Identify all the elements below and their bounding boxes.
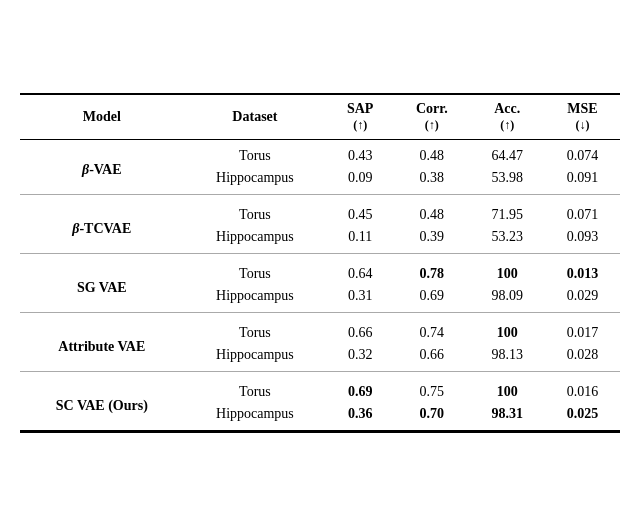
value-cell: 0.70: [394, 403, 470, 431]
value-cell: 100: [470, 376, 545, 403]
value-cell: 0.78: [394, 258, 470, 285]
acc-header: Acc. (↑): [470, 94, 545, 140]
value-cell: 0.66: [326, 317, 394, 344]
acc-label: Acc.: [494, 101, 520, 116]
dataset-cell: Hippocampus: [184, 167, 327, 194]
table-container: Model Dataset SAP (↑) Corr. (↑) Acc. (↑)…: [20, 93, 620, 433]
value-cell: 64.47: [470, 140, 545, 168]
model-cell: SG VAE: [20, 258, 184, 312]
value-cell: 0.38: [394, 167, 470, 194]
value-cell: 0.36: [326, 403, 394, 431]
dataset-cell: Torus: [184, 199, 327, 226]
corr-header: Corr. (↑): [394, 94, 470, 140]
value-cell: 0.45: [326, 199, 394, 226]
mse-header: MSE (↓): [545, 94, 620, 140]
mse-arrow: (↓): [575, 118, 589, 132]
value-cell: 0.69: [326, 376, 394, 403]
final-divider: [20, 431, 620, 433]
value-cell: 100: [470, 258, 545, 285]
value-cell: 0.074: [545, 140, 620, 168]
table-row: SG VAETorus0.640.781000.013: [20, 258, 620, 285]
acc-arrow: (↑): [500, 118, 514, 132]
dataset-cell: Torus: [184, 317, 327, 344]
value-cell: 0.028: [545, 344, 620, 371]
dataset-cell: Hippocampus: [184, 226, 327, 253]
dataset-cell: Torus: [184, 258, 327, 285]
value-cell: 98.31: [470, 403, 545, 431]
value-cell: 0.091: [545, 167, 620, 194]
value-cell: 0.016: [545, 376, 620, 403]
value-cell: 53.98: [470, 167, 545, 194]
value-cell: 0.48: [394, 199, 470, 226]
results-table: Model Dataset SAP (↑) Corr. (↑) Acc. (↑)…: [20, 93, 620, 433]
dataset-header: Dataset: [184, 94, 327, 140]
value-cell: 100: [470, 317, 545, 344]
value-cell: 0.017: [545, 317, 620, 344]
value-cell: 0.31: [326, 285, 394, 312]
value-cell: 0.029: [545, 285, 620, 312]
model-cell: Attribute VAE: [20, 317, 184, 371]
value-cell: 0.09: [326, 167, 394, 194]
dataset-cell: Torus: [184, 376, 327, 403]
dataset-cell: Hippocampus: [184, 403, 327, 431]
model-cell: β-VAE: [20, 140, 184, 195]
table-row: Attribute VAETorus0.660.741000.017: [20, 317, 620, 344]
value-cell: 0.32: [326, 344, 394, 371]
value-cell: 0.74: [394, 317, 470, 344]
mse-label: MSE: [567, 101, 597, 116]
table-row: β-TCVAETorus0.450.4871.950.071: [20, 199, 620, 226]
value-cell: 0.43: [326, 140, 394, 168]
value-cell: 71.95: [470, 199, 545, 226]
value-cell: 0.071: [545, 199, 620, 226]
table-row: SC VAE (Ours)Torus0.690.751000.016: [20, 376, 620, 403]
value-cell: 0.025: [545, 403, 620, 431]
value-cell: 0.66: [394, 344, 470, 371]
table-row: β-VAETorus0.430.4864.470.074: [20, 140, 620, 168]
corr-arrow: (↑): [425, 118, 439, 132]
dataset-cell: Hippocampus: [184, 285, 327, 312]
model-cell: SC VAE (Ours): [20, 376, 184, 431]
value-cell: 0.64: [326, 258, 394, 285]
corr-label: Corr.: [416, 101, 448, 116]
value-cell: 0.69: [394, 285, 470, 312]
value-cell: 98.13: [470, 344, 545, 371]
model-cell: β-TCVAE: [20, 199, 184, 253]
sap-header: SAP (↑): [326, 94, 394, 140]
model-header: Model: [20, 94, 184, 140]
sap-label: SAP: [347, 101, 373, 116]
value-cell: 0.75: [394, 376, 470, 403]
value-cell: 98.09: [470, 285, 545, 312]
value-cell: 0.11: [326, 226, 394, 253]
dataset-cell: Hippocampus: [184, 344, 327, 371]
value-cell: 0.093: [545, 226, 620, 253]
value-cell: 53.23: [470, 226, 545, 253]
value-cell: 0.39: [394, 226, 470, 253]
value-cell: 0.48: [394, 140, 470, 168]
dataset-cell: Torus: [184, 140, 327, 168]
sap-arrow: (↑): [353, 118, 367, 132]
value-cell: 0.013: [545, 258, 620, 285]
